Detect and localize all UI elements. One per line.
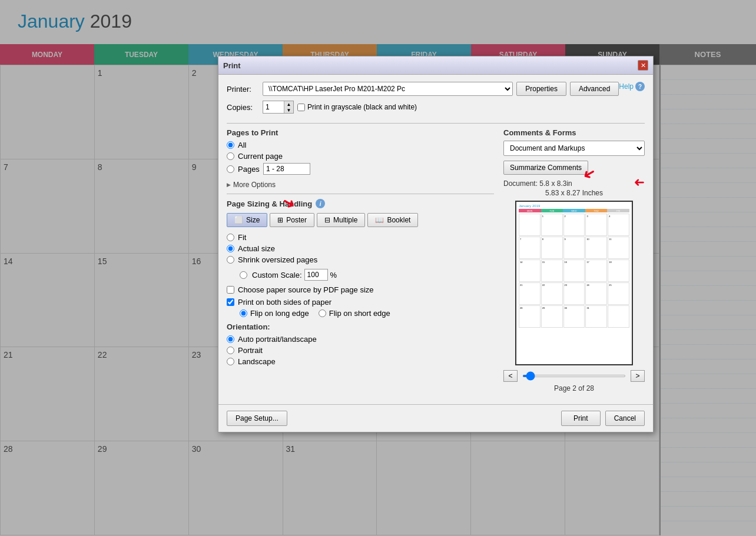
multiple-icon: ⊟: [324, 216, 330, 224]
cancel-button[interactable]: Cancel: [605, 411, 645, 426]
doc-size: Document: 5.8 x 8.3in: [503, 179, 645, 188]
dialog-two-col: Pages to Print All Current page Pages: [227, 128, 645, 392]
fit-radio[interactable]: [227, 234, 234, 241]
tab-booklet[interactable]: 📖 Booklet: [367, 213, 418, 227]
tab-size[interactable]: ⬜ Size: [227, 213, 267, 227]
preview-cell: 25: [608, 282, 629, 305]
preview-box: January 2019 MON TUE WED THU FRI 1 2: [515, 201, 633, 365]
landscape-option[interactable]: Landscape: [227, 357, 494, 366]
summarize-button[interactable]: Summarize Comments: [503, 161, 588, 175]
copies-label: Copies:: [227, 103, 259, 112]
pages-range-input[interactable]: [263, 163, 310, 175]
separator2: [227, 194, 494, 194]
help-icon: ?: [635, 82, 645, 91]
radio-current[interactable]: Current page: [227, 152, 494, 161]
info-icon: i: [316, 199, 325, 208]
preview-cell: 21: [519, 282, 541, 305]
preview-cell: 1: [541, 214, 563, 236]
mode-tabs: ⬜ Size ⊞ Poster ⊟ Multiple 📖 Booklet: [227, 213, 494, 227]
flip-short-radio[interactable]: [319, 309, 326, 317]
printer-select[interactable]: \\TOMCAT\HP LaserJet Pro M201-M202 Pc: [263, 82, 513, 96]
page-slider[interactable]: [522, 375, 626, 377]
footer-right: Print Cancel: [561, 411, 645, 426]
preview-cell: 14: [519, 259, 541, 282]
preview-thu: THU: [585, 209, 608, 212]
preview-cell: 8: [541, 237, 563, 259]
auto-orientation[interactable]: Auto portrait/landscape: [227, 335, 494, 344]
landscape-radio[interactable]: [227, 358, 234, 365]
grayscale-row: Print in grayscale (black and white): [297, 103, 417, 111]
page-sizing-header: Page Sizing & Handling i: [227, 199, 494, 208]
orientation-options: Auto portrait/landscape Portrait Landsca…: [227, 335, 494, 366]
dialog-body: Printer: \\TOMCAT\HP LaserJet Pro M201-M…: [218, 75, 653, 399]
actual-size-radio[interactable]: [227, 245, 234, 252]
comments-forms-title: Comments & Forms: [503, 128, 645, 137]
preview-cell: 22: [541, 282, 563, 305]
printer-label: Printer:: [227, 85, 259, 94]
preview-cell: 28: [519, 305, 541, 328]
shrink-radio[interactable]: [227, 256, 234, 264]
scale-input[interactable]: [304, 269, 328, 281]
preview-cell: 15: [541, 259, 563, 282]
preview-cal-title: January 2019: [519, 204, 629, 208]
grayscale-label: Print in grayscale (black and white): [307, 103, 417, 111]
flip-long-radio[interactable]: [240, 309, 247, 317]
flip-short-option[interactable]: Flip on short edge: [319, 309, 390, 318]
preview-tue: TUE: [541, 209, 563, 212]
print-button[interactable]: Print: [561, 411, 601, 426]
page-next-button[interactable]: >: [631, 370, 645, 382]
tab-multiple[interactable]: ⊟ Multiple: [317, 213, 365, 227]
print-both-sides-checkbox[interactable]: [227, 298, 234, 306]
cf-select[interactable]: Document and Markups: [503, 141, 645, 156]
flip-long-option[interactable]: Flip on long edge: [240, 309, 309, 318]
print-both-sides-row[interactable]: Print on both sides of paper: [227, 298, 494, 307]
advanced-button[interactable]: Advanced: [570, 82, 619, 96]
preview-cell: 29: [541, 305, 563, 328]
doc-inches: 5.83 x 8.27 Inches: [503, 189, 645, 197]
preview-grid: 1 2 3 4 7 8 9 10 11 14 15 16 17: [519, 214, 629, 328]
preview-cell: 4: [608, 214, 629, 236]
print-dialog: Print ✕ Printer: \\TOMCAT\HP LaserJet Pr…: [218, 56, 654, 432]
dialog-footer: Page Setup... Print Cancel: [218, 404, 653, 432]
radio-current-input[interactable]: [227, 152, 234, 160]
size-icon: ⬜: [234, 216, 243, 224]
portrait-option[interactable]: Portrait: [227, 346, 494, 355]
page-indicator: Page 2 of 28: [503, 384, 645, 392]
preview-inner: January 2019 MON TUE WED THU FRI 1 2: [516, 202, 632, 330]
fit-option[interactable]: Fit: [227, 233, 494, 242]
booklet-icon: 📖: [375, 216, 384, 224]
help-text: Help: [619, 82, 634, 91]
portrait-radio[interactable]: [227, 347, 234, 354]
copies-up[interactable]: ▲: [284, 101, 293, 107]
shrink-option[interactable]: Shrink oversized pages: [227, 255, 494, 264]
preview-cell: 10: [585, 237, 607, 259]
radio-all-input[interactable]: [227, 141, 234, 149]
custom-scale-radio[interactable]: [240, 271, 247, 279]
radio-pages-input[interactable]: [227, 165, 234, 173]
choose-paper-checkbox[interactable]: [227, 286, 234, 294]
auto-orientation-radio[interactable]: [227, 335, 234, 343]
preview-mon: MON: [519, 209, 541, 212]
copies-input[interactable]: 1: [263, 101, 284, 113]
radio-pages[interactable]: Pages: [227, 163, 494, 175]
preview-cell: 2: [563, 214, 585, 236]
close-button[interactable]: ✕: [638, 60, 648, 71]
page-prev-button[interactable]: <: [503, 370, 518, 382]
sizing-options: Fit Actual size Shrink oversized pages: [227, 233, 494, 264]
copies-down[interactable]: ▼: [284, 107, 293, 113]
preview-cell: 18: [608, 259, 629, 282]
page-nav: < >: [503, 370, 645, 382]
page-setup-button[interactable]: Page Setup...: [227, 411, 287, 426]
tab-poster[interactable]: ⊞ Poster: [270, 213, 314, 227]
grayscale-checkbox[interactable]: [297, 104, 305, 111]
copies-spinner[interactable]: ▲ ▼: [284, 101, 293, 113]
preview-cell: 23: [563, 282, 585, 305]
actual-size-option[interactable]: Actual size: [227, 244, 494, 253]
cf-select-row: Document and Markups: [503, 141, 645, 156]
radio-all[interactable]: All: [227, 141, 494, 149]
more-options[interactable]: ▶ More Options: [227, 181, 494, 189]
choose-paper-row[interactable]: Choose paper source by PDF page size: [227, 285, 494, 294]
properties-button[interactable]: Properties: [516, 82, 566, 96]
help-link[interactable]: Help ?: [619, 82, 645, 91]
custom-scale-row: Custom Scale: %: [227, 269, 494, 281]
